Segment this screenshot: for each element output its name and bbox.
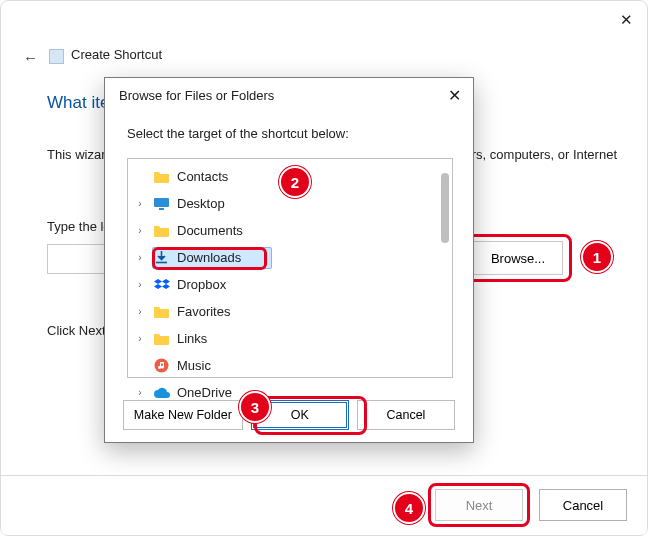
browse-button[interactable]: Browse... (473, 241, 563, 275)
browse-dialog: Browse for Files or Folders ✕ Select the… (104, 77, 474, 443)
next-button[interactable]: Next (435, 489, 523, 521)
cancel-button[interactable]: Cancel (539, 489, 627, 521)
tree-item-label: Favorites (177, 304, 230, 319)
tree-item-documents[interactable]: ›Documents (128, 217, 452, 244)
shortcut-icon (49, 49, 64, 64)
back-arrow-icon[interactable]: ← (23, 49, 38, 66)
tree-item-label: Contacts (177, 169, 228, 184)
folder-icon (152, 169, 171, 184)
folder-icon (152, 223, 171, 238)
dropbox-icon (152, 277, 171, 292)
tree-item-label: Desktop (177, 196, 225, 211)
onedrive-icon (152, 385, 171, 400)
make-new-folder-button[interactable]: Make New Folder (123, 400, 243, 430)
tree-item-label: OneDrive (177, 385, 232, 400)
annotation-badge-4: 4 (393, 492, 425, 524)
svg-rect-1 (159, 208, 164, 210)
dialog-close-icon[interactable]: ✕ (448, 86, 461, 105)
wizard-heading: What ite (47, 93, 109, 113)
scrollbar-thumb[interactable] (441, 173, 449, 243)
chevron-right-icon[interactable]: › (128, 306, 152, 317)
window-close-icon[interactable]: ✕ (620, 11, 633, 29)
annotation-badge-2: 2 (279, 166, 311, 198)
tree-item-links[interactable]: ›Links (128, 325, 452, 352)
folder-icon (152, 304, 171, 319)
tree-item-music[interactable]: Music (128, 352, 452, 379)
click-next-text: Click Next (47, 323, 106, 338)
page-title: Create Shortcut (71, 47, 162, 62)
folder-icon (152, 331, 171, 346)
chevron-right-icon[interactable]: › (128, 333, 152, 344)
chevron-right-icon[interactable]: › (128, 279, 152, 290)
chevron-right-icon[interactable]: › (128, 387, 152, 398)
annotation-badge-1: 1 (581, 241, 613, 273)
tree-item-label: Music (177, 358, 211, 373)
desktop-icon (152, 196, 171, 211)
chevron-right-icon[interactable]: › (128, 198, 152, 209)
tree-item-label: Links (177, 331, 207, 346)
tree-item-label: Documents (177, 223, 243, 238)
chevron-right-icon[interactable]: › (128, 225, 152, 236)
music-icon (152, 358, 171, 373)
tree-item-label: Dropbox (177, 277, 226, 292)
dialog-instruction: Select the target of the shortcut below: (127, 126, 349, 141)
svg-rect-0 (154, 198, 169, 207)
annotation-badge-3: 3 (239, 391, 271, 423)
tree-item-downloads[interactable]: ›Downloads (128, 244, 452, 271)
chevron-right-icon[interactable]: › (128, 252, 152, 263)
dialog-title: Browse for Files or Folders (119, 88, 274, 103)
dialog-cancel-button[interactable]: Cancel (357, 400, 455, 430)
download-icon (152, 250, 171, 265)
tree-item-label: Downloads (177, 250, 241, 265)
location-label: Type the lo (47, 219, 111, 234)
tree-item-favorites[interactable]: ›Favorites (128, 298, 452, 325)
svg-point-3 (155, 359, 169, 373)
tree-item-dropbox[interactable]: ›Dropbox (128, 271, 452, 298)
